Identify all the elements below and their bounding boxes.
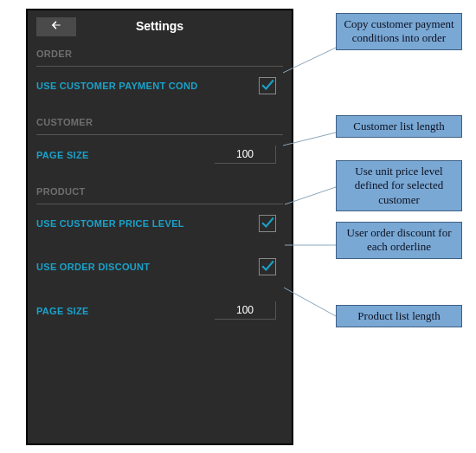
- section-head-customer: CUSTOMER: [28, 110, 292, 133]
- row-use-customer-price-level[interactable]: USE CUSTOMER PRICE LEVEL: [28, 204, 292, 248]
- check-icon: [261, 258, 275, 276]
- setting-label: USE CUSTOMER PRICE LEVEL: [36, 218, 184, 229]
- page-title: Settings: [136, 19, 183, 33]
- section-head-order: ORDER: [28, 42, 292, 64]
- input-customer-page-size[interactable]: 100: [215, 146, 276, 164]
- header: Settings: [28, 10, 292, 42]
- annotation-order-discount: User order discount for each orderline: [336, 222, 462, 259]
- setting-label: PAGE SIZE: [36, 306, 89, 316]
- row-product-page-size[interactable]: PAGE SIZE 100: [28, 291, 292, 335]
- row-use-customer-payment-cond[interactable]: USE CUSTOMER PAYMENT COND: [28, 67, 292, 110]
- settings-screen: Settings ORDER USE CUSTOMER PAYMENT COND…: [26, 9, 293, 445]
- arrow-left-icon: [49, 19, 63, 35]
- checkbox-use-customer-payment-cond[interactable]: [259, 77, 276, 94]
- checkbox-use-order-discount[interactable]: [259, 258, 276, 275]
- annotation-customer-page-size: Customer list length: [336, 115, 462, 138]
- annotation-payment-cond: Copy customer payment conditions into or…: [336, 13, 462, 50]
- annotation-product-page-size: Product list length: [336, 305, 462, 327]
- check-icon: [261, 215, 275, 233]
- row-use-order-discount[interactable]: USE ORDER DISCOUNT: [28, 248, 292, 291]
- setting-label: USE CUSTOMER PAYMENT COND: [36, 81, 197, 91]
- section-head-product: PRODUCT: [28, 179, 292, 202]
- setting-label: PAGE SIZE: [36, 150, 89, 160]
- setting-label: USE ORDER DISCOUNT: [36, 262, 150, 272]
- annotation-price-level: Use unit price level defined for selecte…: [336, 160, 462, 211]
- row-customer-page-size[interactable]: PAGE SIZE 100: [28, 135, 292, 179]
- back-button[interactable]: [36, 17, 76, 36]
- input-product-page-size[interactable]: 100: [215, 301, 276, 320]
- check-icon: [261, 77, 275, 95]
- checkbox-use-customer-price-level[interactable]: [259, 215, 276, 232]
